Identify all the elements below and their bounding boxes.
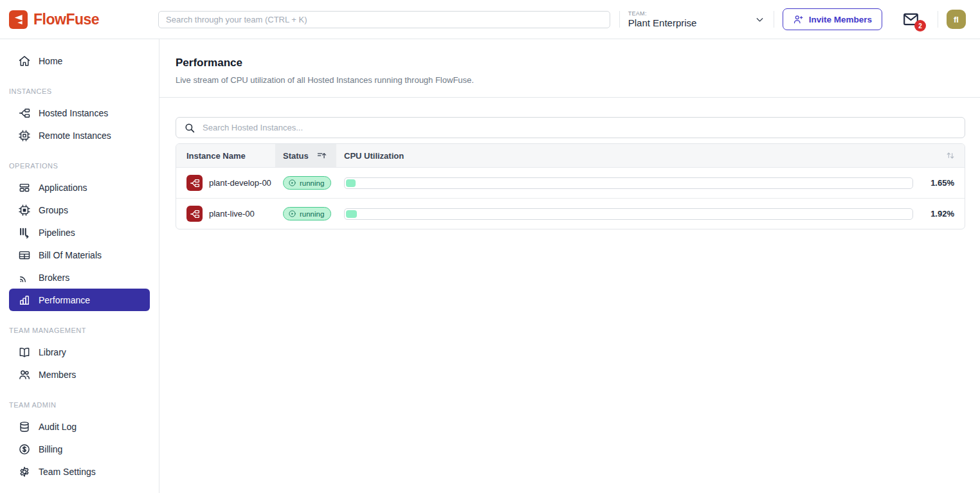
- sidebar-section-instances: INSTANCES: [0, 87, 159, 95]
- instance-icon: [186, 206, 203, 222]
- divider: [774, 11, 774, 28]
- audit-log-icon: [18, 420, 31, 433]
- main-content: Performance Live stream of CPU utilizati…: [159, 39, 980, 493]
- page-title: Performance: [176, 57, 964, 69]
- column-header-cpu-utilization[interactable]: CPU Utilization: [336, 144, 965, 167]
- instance-icon: [186, 175, 203, 191]
- chevron-down-icon: [754, 14, 765, 25]
- play-circle-icon: [288, 210, 296, 218]
- team-settings-icon: [18, 465, 31, 478]
- sidebar-item-library[interactable]: Library: [9, 341, 150, 363]
- page-subtitle: Live stream of CPU utilization of all Ho…: [176, 75, 964, 85]
- sidebar-section-operations: OPERATIONS: [0, 162, 159, 170]
- header-actions: TEAM: Plant Enterprise Invite Members 2 …: [611, 8, 980, 30]
- status-badge: running: [283, 176, 331, 190]
- cpu-utilization-fill: [346, 179, 356, 187]
- divider: [938, 11, 938, 28]
- instances-table: Instance Name Status CPU Utilization: [176, 143, 965, 229]
- sidebar-item-members[interactable]: Members: [9, 363, 150, 386]
- sidebar-item-audit-log[interactable]: Audit Log: [9, 415, 150, 438]
- column-header-instance-name[interactable]: Instance Name: [176, 144, 275, 167]
- sort-toggle-icon[interactable]: [945, 150, 956, 161]
- play-circle-icon: [288, 179, 296, 187]
- sidebar-section-team-management: TEAM MANAGEMENT: [0, 327, 159, 334]
- table-row[interactable]: plant-develop-00 running: [176, 167, 965, 198]
- divider: [619, 11, 620, 28]
- sidebar-section-team-admin: TEAM ADMIN: [0, 401, 159, 409]
- cpu-cell: 1.92%: [336, 208, 965, 220]
- status-cell: running: [275, 176, 336, 190]
- sidebar-item-bill-of-materials[interactable]: Bill Of Materials: [9, 244, 150, 266]
- pipelines-icon: [18, 226, 31, 239]
- sidebar-item-applications[interactable]: Applications: [9, 176, 150, 199]
- avatar[interactable]: fl: [947, 10, 966, 29]
- instance-name: plant-develop-00: [209, 178, 271, 188]
- cpu-utilization-bar: [344, 208, 913, 220]
- instance-name-cell: plant-live-00: [176, 206, 275, 222]
- flowfuse-logo[interactable]: FlowFuse: [9, 10, 158, 29]
- cpu-utilization-bar: [344, 177, 913, 189]
- invite-members-button[interactable]: Invite Members: [783, 8, 882, 30]
- sidebar-item-home[interactable]: Home: [9, 49, 150, 72]
- cpu-utilization-fill: [346, 210, 357, 218]
- performance-icon: [18, 294, 31, 307]
- table-header-row: Instance Name Status CPU Utilization: [176, 144, 965, 167]
- notifications-button[interactable]: 2: [902, 11, 920, 28]
- instance-search-input[interactable]: [203, 123, 957, 132]
- members-icon: [18, 368, 31, 381]
- sort-ascending-icon: [316, 150, 327, 161]
- team-name: Plant Enterprise: [628, 17, 697, 28]
- billing-icon: [18, 443, 31, 456]
- sidebar-item-groups[interactable]: Groups: [9, 199, 150, 221]
- sidebar: Home INSTANCES Hosted Instances Remote I…: [0, 39, 159, 493]
- sidebar-item-remote-instances[interactable]: Remote Instances: [9, 124, 150, 147]
- applications-icon: [18, 181, 31, 194]
- invite-members-label: Invite Members: [809, 15, 872, 24]
- search-icon: [184, 122, 195, 134]
- status-cell: running: [275, 207, 336, 220]
- team-label: TEAM:: [628, 10, 697, 17]
- sidebar-item-brokers[interactable]: Brokers: [9, 266, 150, 289]
- table-row[interactable]: plant-live-00 running 1.: [176, 198, 965, 229]
- instance-search: [176, 117, 965, 138]
- team-selector-text: TEAM: Plant Enterprise: [628, 10, 697, 28]
- instance-name: plant-live-00: [209, 209, 255, 219]
- notification-badge: 2: [914, 20, 926, 31]
- hosted-instances-icon: [18, 107, 31, 120]
- column-header-status[interactable]: Status: [275, 144, 336, 167]
- flowfuse-wordmark: FlowFuse: [33, 11, 99, 28]
- flowfuse-app: FlowFuse TEAM: Plant Enterprise Invite M…: [0, 0, 980, 493]
- sidebar-item-performance[interactable]: Performance: [9, 289, 150, 311]
- sidebar-item-hosted-instances[interactable]: Hosted Instances: [9, 102, 150, 124]
- library-icon: [18, 346, 31, 359]
- app-header: FlowFuse TEAM: Plant Enterprise Invite M…: [0, 0, 980, 39]
- bill-of-materials-icon: [18, 249, 31, 262]
- team-search-input[interactable]: [158, 11, 610, 28]
- cpu-cell: 1.65%: [336, 177, 965, 189]
- instance-name-cell: plant-develop-00: [176, 175, 275, 191]
- flowfuse-logo-icon: [9, 10, 28, 29]
- home-icon: [18, 55, 31, 67]
- sidebar-item-pipelines[interactable]: Pipelines: [9, 221, 150, 244]
- remote-instances-icon: [18, 129, 31, 142]
- sidebar-item-billing[interactable]: Billing: [9, 438, 150, 460]
- status-badge: running: [283, 207, 331, 220]
- user-plus-icon: [793, 14, 804, 25]
- cpu-percent-value: 1.65%: [923, 178, 954, 188]
- cpu-percent-value: 1.92%: [923, 209, 954, 219]
- groups-icon: [18, 204, 31, 217]
- sidebar-item-team-settings[interactable]: Team Settings: [9, 460, 150, 483]
- page-header: Performance Live stream of CPU utilizati…: [159, 39, 980, 98]
- brokers-icon: [18, 271, 31, 284]
- team-selector[interactable]: TEAM: Plant Enterprise: [628, 10, 765, 28]
